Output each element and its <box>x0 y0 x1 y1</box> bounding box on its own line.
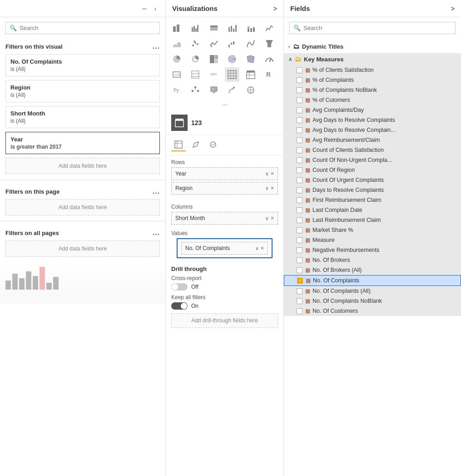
field-item-no-of-complaints[interactable]: ▦ No. Of Complaints <box>284 275 461 286</box>
viz-icon-multi-row-card[interactable] <box>188 67 203 82</box>
field-item-no-of-complaints-noblank[interactable]: ▦ No. Of Complaints NoBlank <box>284 296 461 306</box>
viz-icon-python[interactable]: Py <box>169 83 184 97</box>
viz-icon-stacked-bar[interactable] <box>169 21 184 35</box>
viz-more-button[interactable]: ··· <box>166 99 283 111</box>
viz-icon-scatter[interactable] <box>188 36 203 51</box>
rows-field-region[interactable]: Region ∨ × <box>171 182 278 195</box>
field-checkbox-measure[interactable] <box>297 237 302 243</box>
expand-filters-button[interactable]: › <box>150 3 161 14</box>
fields-search-input[interactable] <box>303 25 451 31</box>
viz-icon-treemap[interactable] <box>207 52 221 66</box>
format-tab-analytics[interactable] <box>206 139 220 151</box>
rows-field-year-remove[interactable]: × <box>271 170 274 177</box>
field-item-avg-reimbursement[interactable]: ▦ Avg Reimbursement/Claim <box>284 135 461 145</box>
viz-icon-waterfall[interactable] <box>225 36 239 51</box>
format-tab-paint[interactable] <box>188 139 203 151</box>
viz-icon-stacked-column[interactable] <box>243 21 258 35</box>
viz-icon-matrix[interactable] <box>243 67 258 82</box>
field-item-market-share[interactable]: ▦ Market Share % <box>284 225 461 235</box>
field-checkbox-avg-days-resolve[interactable] <box>297 117 302 123</box>
filter-search-input[interactable] <box>20 25 156 31</box>
field-item-no-of-complaints-all[interactable]: ▦ No. Of Complaints (All) <box>284 286 461 296</box>
viz-icon-key-influencers[interactable] <box>225 83 239 97</box>
field-checkbox-market-share[interactable] <box>297 227 302 233</box>
field-item-no-of-customers[interactable]: ▦ No. Of Customers <box>284 306 461 316</box>
cross-report-toggle[interactable] <box>171 283 188 291</box>
field-checkbox-no-of-brokers[interactable] <box>297 257 302 263</box>
viz-icon-r-script[interactable]: R <box>262 67 277 82</box>
field-item-avg-days-resolve-2[interactable]: ▦ Avg Days to Resolve Complain... <box>284 125 461 135</box>
viz-icon-table[interactable] <box>225 67 239 82</box>
field-item-pct-complaints[interactable]: ▦ % of Complaints <box>284 75 461 85</box>
add-data-fields-visual-button[interactable]: Add data fields here <box>5 158 160 174</box>
field-checkbox-count-region[interactable] <box>297 167 302 173</box>
columns-field-remove[interactable]: × <box>271 215 274 221</box>
field-item-count-clients-satisfaction[interactable]: ▦ Count of Clients Satisfaction <box>284 145 461 155</box>
columns-field-expand[interactable]: ∨ <box>265 215 269 221</box>
viz-icon-column[interactable] <box>225 21 239 35</box>
field-checkbox-avg-days-resolve-2[interactable] <box>297 127 302 133</box>
field-item-negative-reimbursements[interactable]: ▦ Negative Reimbursements <box>284 245 461 255</box>
viz-icon-funnel[interactable] <box>262 36 277 51</box>
field-checkbox-no-of-customers[interactable] <box>297 308 302 314</box>
rows-field-region-expand[interactable]: ∨ <box>265 185 269 191</box>
field-checkbox-pct-complaints[interactable] <box>297 77 302 83</box>
viz-icon-pie[interactable] <box>169 52 184 66</box>
viz-icon-decomp-tree[interactable] <box>188 83 203 97</box>
columns-field-short-month[interactable]: Short Month ∨ × <box>171 212 278 225</box>
field-item-last-reimbursement[interactable]: ▦ Last Reimbursement Claim <box>284 215 461 225</box>
viz-icon-line-clustered[interactable] <box>207 36 221 51</box>
viz-icon-donut[interactable] <box>188 52 203 66</box>
field-item-last-complain-date[interactable]: ▦ Last Complain Date <box>284 205 461 215</box>
filter-card-short-month[interactable]: Short Month is (All) <box>5 106 160 128</box>
field-item-count-non-urgent[interactable]: ▦ Count Of Non-Urgent Compla... <box>284 155 461 165</box>
add-data-fields-all-pages-button[interactable]: Add data fields here <box>5 241 160 257</box>
rows-field-year[interactable]: Year ∨ × <box>171 167 278 180</box>
fields-panel-collapse-button[interactable]: > <box>451 5 455 12</box>
field-item-avg-days-resolve[interactable]: ▦ Avg Days to Resolve Complaints <box>284 115 461 125</box>
rows-field-region-remove[interactable]: × <box>271 185 274 191</box>
fields-search-box[interactable]: 🔍 <box>289 22 456 34</box>
values-field-expand[interactable]: ∨ <box>255 246 259 251</box>
tree-group-dynamic-titles-header[interactable]: › 🗂 Dynamic Titles <box>284 40 461 52</box>
field-checkbox-count-urgent[interactable] <box>297 177 302 183</box>
viz-icon-clustered-bar[interactable] <box>188 21 203 35</box>
filters-visual-menu-button[interactable]: ... <box>153 42 160 50</box>
viz-icon-kpi[interactable]: KPI <box>207 67 221 82</box>
viz-icon-ribbon[interactable] <box>243 36 258 51</box>
field-checkbox-last-reimbursement[interactable] <box>297 217 302 223</box>
field-checkbox-pct-cutomers[interactable] <box>297 97 302 103</box>
filters-page-menu-button[interactable]: ... <box>153 187 160 195</box>
field-item-no-of-brokers[interactable]: ▦ No. Of Brokers <box>284 255 461 265</box>
filter-search-box[interactable]: 🔍 <box>5 22 160 34</box>
viz-icon-area[interactable] <box>169 36 184 51</box>
field-item-pct-cutomers[interactable]: ▦ % of Cutomers <box>284 95 461 105</box>
field-item-pct-clients-satisfaction[interactable]: ▦ % of Clients Satisfaction <box>284 65 461 75</box>
rows-field-year-expand[interactable]: ∨ <box>265 171 269 177</box>
field-checkbox-no-of-complaints-all[interactable] <box>297 288 302 294</box>
field-item-no-of-brokers-all[interactable]: ▦ No. Of Brokers (All) <box>284 265 461 275</box>
add-drill-through-fields-button[interactable]: Add drill-through fields here <box>171 313 278 328</box>
values-field-remove[interactable]: × <box>261 245 264 251</box>
field-checkbox-first-reimbursement[interactable] <box>297 197 302 203</box>
field-item-pct-complaints-noblank[interactable]: ▦ % of Complaints NoBlank <box>284 85 461 95</box>
format-tab-fields[interactable] <box>171 139 186 151</box>
field-item-avg-complaints-day[interactable]: ▦ Avg Complaints/Day <box>284 105 461 115</box>
field-checkbox-no-of-brokers-all[interactable] <box>297 267 302 273</box>
field-item-days-to-resolve[interactable]: ▦ Days to Resolve Complaints <box>284 185 461 195</box>
filters-all-pages-menu-button[interactable]: ... <box>153 229 160 237</box>
field-checkbox-no-of-complaints-noblank[interactable] <box>297 298 302 304</box>
filter-card-year[interactable]: Year is greater than 2017 <box>5 132 160 154</box>
field-checkbox-avg-complaints-day[interactable] <box>297 107 302 113</box>
collapse-filters-button[interactable]: ─ <box>139 3 150 14</box>
field-checkbox-avg-reimbursement[interactable] <box>297 137 302 143</box>
viz-icon-filled-map[interactable] <box>243 52 258 66</box>
viz-icon-line[interactable] <box>262 21 277 35</box>
viz-icon-qa[interactable]: ? <box>207 83 221 97</box>
viz-icon-100-stacked-bar[interactable] <box>207 21 221 35</box>
viz-icon-card[interactable]: 123 <box>169 67 184 82</box>
field-checkbox-days-to-resolve[interactable] <box>297 187 302 193</box>
field-checkbox-pct-clients[interactable] <box>297 67 302 73</box>
viz-icon-map[interactable] <box>225 52 239 66</box>
viz-panel-collapse-button[interactable]: > <box>273 5 277 12</box>
